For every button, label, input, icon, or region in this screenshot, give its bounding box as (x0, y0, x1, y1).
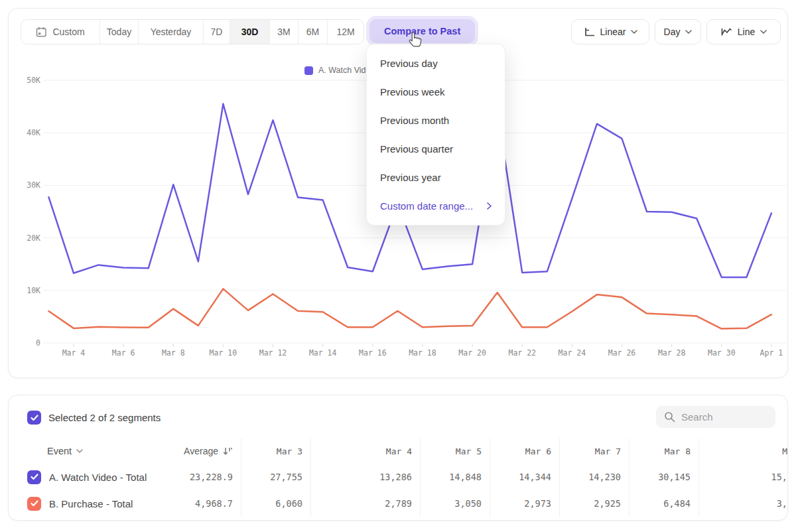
preset-label: Today (107, 27, 131, 37)
segment-cell-event: B. Purchase - Total (9, 490, 161, 517)
preset-30d[interactable]: 30D (230, 20, 269, 44)
segment-label: A. Watch Video - Total (49, 472, 147, 483)
column-header-mar-4: Mar 4 (310, 438, 420, 464)
compare-to-past-button[interactable]: Compare to Past (369, 19, 475, 43)
interval-dropdown-label: Day (664, 27, 681, 37)
segment-cell-value: 30,145 (629, 464, 698, 490)
segment-cell-average: 23,228.9 (161, 464, 241, 490)
segment-cell-value: 27,755 (241, 464, 310, 490)
svg-text:Mar 4: Mar 4 (62, 348, 86, 358)
svg-text:Mar 26: Mar 26 (608, 348, 636, 358)
svg-text:50K: 50K (27, 76, 40, 85)
column-header-m: M (698, 438, 787, 464)
segment-cell-value: 14,848 (420, 464, 490, 490)
search-input[interactable] (681, 411, 767, 423)
preset-label: Custom (52, 27, 84, 37)
segment-cell-value: 2,973 (490, 490, 559, 517)
preset-3m[interactable]: 3M (269, 20, 298, 44)
preset-12m[interactable]: 12M (327, 20, 364, 44)
interval-dropdown-button[interactable]: Day (655, 19, 701, 44)
segment-cell-value: 2,789 (310, 490, 420, 517)
column-header-mar-3: Mar 3 (241, 438, 310, 464)
svg-text:Mar 22: Mar 22 (508, 348, 536, 358)
column-header-mar-8: Mar 8 (629, 438, 698, 464)
svg-text:Mar 14: Mar 14 (309, 348, 337, 358)
segment-cell-average: 4,968.7 (161, 490, 241, 517)
menu-item-previous-quarter[interactable]: Previous quarter (367, 135, 505, 163)
segment-cell-value: 6,484 (629, 490, 698, 517)
analytics-dashboard: CustomTodayYesterday7D30D3M6M12M Compare… (0, 0, 796, 532)
preset-today[interactable]: Today (100, 20, 138, 44)
linear-scale-icon (583, 27, 595, 37)
svg-text:Mar 18: Mar 18 (409, 348, 436, 358)
search-icon (664, 411, 675, 423)
svg-text:40K: 40K (27, 128, 40, 137)
svg-text:Mar 20: Mar 20 (458, 348, 486, 358)
date-range-preset-group: CustomTodayYesterday7D30D3M6M12M (21, 19, 364, 44)
preset-label: 7D (211, 27, 223, 37)
sort-descending-icon (223, 446, 233, 456)
preset-label: 6M (306, 27, 319, 37)
column-header-average[interactable]: Average (161, 438, 241, 464)
chevron-down-icon (760, 30, 767, 34)
custom-date-range-label: Custom date range... (380, 200, 473, 212)
svg-text:Mar 30: Mar 30 (708, 348, 736, 358)
menu-item-previous-year[interactable]: Previous year (367, 163, 505, 192)
svg-text:10K: 10K (27, 286, 40, 295)
segment-checkbox[interactable] (27, 497, 41, 511)
chevron-down-icon (685, 30, 692, 34)
segments-selected-text: Selected 2 of 2 segments (48, 412, 161, 423)
preset-custom[interactable]: Custom (21, 20, 100, 44)
svg-text:Mar 24: Mar 24 (559, 348, 586, 358)
legend-swatch-watch-video (304, 66, 313, 75)
search-box[interactable] (656, 406, 775, 428)
svg-text:30K: 30K (27, 180, 40, 190)
preset-label: 3M (277, 27, 290, 37)
svg-text:Mar 12: Mar 12 (259, 348, 287, 358)
svg-text:Mar 10: Mar 10 (210, 348, 237, 358)
select-all-segments-checkbox[interactable] (27, 411, 41, 425)
segment-cell-value: 2,925 (559, 490, 629, 517)
menu-item-previous-day[interactable]: Previous day (367, 49, 505, 78)
line-chart-icon (720, 27, 732, 37)
chart-type-dropdown-button[interactable]: Line (706, 19, 781, 44)
svg-text:Apr 1: Apr 1 (760, 348, 783, 358)
preset-7d[interactable]: 7D (203, 20, 230, 44)
segments-table: EventAverageMar 3Mar 4Mar 5Mar 6Mar 7Mar… (9, 438, 787, 517)
segment-cell-value: 6,060 (241, 490, 310, 517)
preset-label: 30D (241, 27, 259, 37)
menu-item-custom-date-range[interactable]: Custom date range... (367, 192, 505, 220)
svg-text:20K: 20K (27, 233, 40, 243)
svg-text:Mar 16: Mar 16 (359, 348, 387, 358)
svg-text:Mar 8: Mar 8 (162, 348, 185, 358)
segment-cell-value: 3, (698, 490, 787, 517)
svg-text:0: 0 (36, 338, 40, 348)
segments-card: Selected 2 of 2 segments EventAverageMar… (8, 395, 788, 521)
menu-item-previous-week[interactable]: Previous week (367, 78, 505, 106)
svg-text:Mar 28: Mar 28 (658, 348, 686, 358)
preset-label: Yesterday (151, 27, 192, 37)
segment-cell-event: A. Watch Video - Total (9, 464, 161, 490)
column-header-event[interactable]: Event (9, 438, 161, 464)
column-header-mar-6: Mar 6 (490, 438, 559, 464)
segment-checkbox[interactable] (27, 470, 41, 484)
segment-cell-value: 14,344 (490, 464, 559, 490)
chevron-right-icon (487, 202, 492, 210)
calendar-icon (36, 27, 47, 38)
scale-dropdown-label: Linear (600, 27, 626, 37)
preset-6m[interactable]: 6M (298, 20, 327, 44)
compare-to-past-menu: Previous dayPrevious weekPrevious monthP… (366, 44, 505, 226)
segment-cell-value: 13,286 (310, 464, 420, 490)
chevron-down-icon (76, 449, 83, 453)
segment-row: A. Watch Video - Total23,228.927,75513,2… (9, 464, 787, 490)
segment-label: B. Purchase - Total (49, 498, 133, 509)
preset-yesterday[interactable]: Yesterday (138, 20, 203, 44)
scale-dropdown-button[interactable]: Linear (571, 19, 649, 44)
segment-cell-value: 3,050 (420, 490, 490, 517)
segment-cell-value: 14,230 (559, 464, 629, 490)
menu-item-previous-month[interactable]: Previous month (367, 106, 505, 135)
svg-text:Mar 6: Mar 6 (112, 348, 135, 358)
chevron-down-icon (631, 30, 637, 34)
chart-type-dropdown-label: Line (738, 27, 755, 37)
preset-label: 12M (336, 27, 354, 37)
